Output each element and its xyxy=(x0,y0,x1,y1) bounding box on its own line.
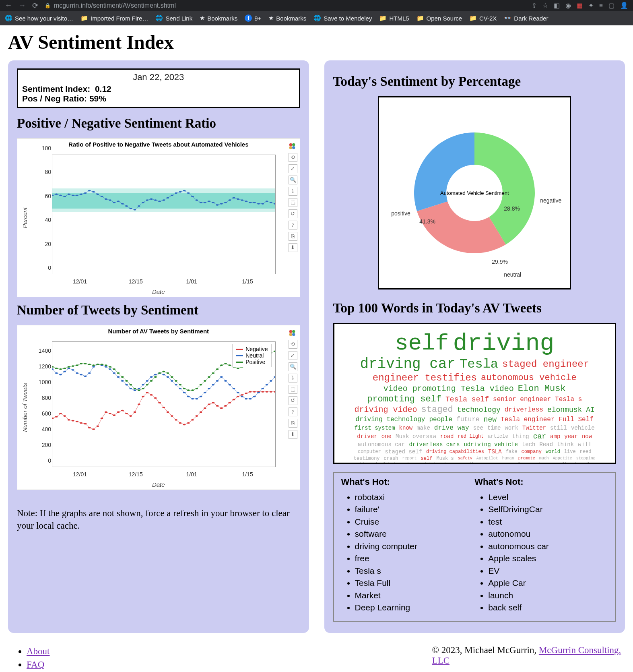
svg-point-170 xyxy=(266,384,268,386)
bookmark-item[interactable]: 🌐Send Link xyxy=(155,14,192,22)
chart-tool-button[interactable]: ? xyxy=(289,407,297,416)
wordcloud-word: staged engineer xyxy=(502,360,589,369)
wordcloud-word: driving car xyxy=(360,357,456,372)
not-item: Level xyxy=(488,491,608,503)
svg-point-153 xyxy=(195,398,198,400)
chart-tool-button[interactable]: ⬚ xyxy=(289,198,297,207)
bookmark-item[interactable]: 📁Open Source xyxy=(417,14,462,22)
ext-icon-2[interactable]: ◉ xyxy=(565,2,571,9)
ext-icon-3[interactable]: ▦ xyxy=(577,2,583,9)
chart-tool-button[interactable]: ⤵ xyxy=(289,187,297,196)
donut-chart[interactable]: Automated Vehicle Sentimentpositive41.3%… xyxy=(378,96,571,289)
svg-point-142 xyxy=(150,376,153,378)
chart-tool-button[interactable]: ⬇ xyxy=(289,243,297,252)
hot-item: robotaxi xyxy=(355,491,475,503)
svg-point-1 xyxy=(292,143,295,146)
bookmark-item[interactable]: 👓Dark Reader xyxy=(504,14,548,22)
chart-tool-button[interactable]: ⬇ xyxy=(289,430,297,439)
bookmark-item[interactable]: ★Bookmarks xyxy=(268,14,306,22)
svg-point-197 xyxy=(150,380,153,382)
footer-link[interactable]: FAQ xyxy=(27,660,44,670)
chart-tool-button[interactable]: ⤢ xyxy=(289,164,297,173)
svg-point-140 xyxy=(142,384,144,386)
reading-list-icon[interactable]: ≡ xyxy=(599,2,603,9)
bokeh-logo-icon[interactable] xyxy=(288,142,297,151)
svg-point-14 xyxy=(92,191,95,193)
svg-point-138 xyxy=(134,389,136,391)
svg-point-64 xyxy=(55,416,58,418)
back-button[interactable]: ← xyxy=(5,1,12,10)
chart-tool-button[interactable]: 🔍 xyxy=(289,176,297,184)
svg-point-53 xyxy=(253,202,256,203)
chart-title: Ratio of Positive to Negative Tweets abo… xyxy=(17,139,300,148)
y-tick: 600 xyxy=(42,410,51,417)
chart-tool-button[interactable]: 🔍 xyxy=(289,362,297,371)
page-title: AV Sentiment Index xyxy=(8,31,625,53)
svg-point-20 xyxy=(117,201,120,202)
wordcloud-word: Twitter xyxy=(522,425,546,431)
chart-tool-button[interactable]: ⤢ xyxy=(289,351,297,360)
svg-point-131 xyxy=(105,366,107,368)
svg-point-198 xyxy=(154,376,157,378)
wordcloud-word: car xyxy=(533,433,546,440)
bookmark-item[interactable]: f9+ xyxy=(245,14,261,22)
star-icon: ★ xyxy=(268,14,274,22)
chart-tool-button[interactable]: ⎘ xyxy=(289,232,297,241)
bookmark-item[interactable]: 📁CV-2X xyxy=(469,14,497,22)
forward-button[interactable]: → xyxy=(19,1,26,10)
ratio-chart[interactable]: Ratio of Positive to Negative Tweets abo… xyxy=(17,138,300,297)
donut-label: 28.8% xyxy=(504,205,520,212)
wordcloud-word: driverless xyxy=(505,407,543,413)
bookmark-item[interactable]: 📁Imported From Fire… xyxy=(80,14,148,22)
extensions-icon[interactable]: ✦ xyxy=(588,2,594,9)
chart-tool-button[interactable]: ↺ xyxy=(289,209,297,218)
wordcloud-word: autonomous xyxy=(482,463,507,464)
svg-point-103 xyxy=(216,405,219,407)
wordcloud-word: driving demo xyxy=(424,463,453,464)
not-item: autonomous car xyxy=(488,540,608,552)
chart-tool-button[interactable]: ⟲ xyxy=(289,153,297,162)
svg-point-8 xyxy=(68,194,70,195)
ext-icon-1[interactable]: ◧ xyxy=(554,2,560,9)
profile-avatar[interactable]: 👤 xyxy=(620,2,628,9)
svg-point-21 xyxy=(121,203,124,205)
chart-tool-button[interactable]: ⤵ xyxy=(289,374,297,383)
address-bar[interactable]: 🔒 mcgurrin.info/sentiment/AVsentiment.sh… xyxy=(45,2,525,9)
svg-point-79 xyxy=(117,411,120,413)
wordcloud-word: Full Self xyxy=(559,416,593,423)
svg-point-159 xyxy=(220,376,223,378)
svg-point-204 xyxy=(179,384,181,386)
chart-toolbar: ⟲⤢🔍⤵⬚↺?⎘⬇ xyxy=(289,153,297,252)
svg-point-58 xyxy=(274,203,275,205)
bookmark-item[interactable]: 🌐See how your visito… xyxy=(5,14,73,22)
bokeh-logo-icon[interactable] xyxy=(288,329,297,337)
chart-tool-button[interactable]: ↺ xyxy=(289,396,297,405)
chart-tool-button[interactable]: ? xyxy=(289,221,297,230)
wordcloud-word: road xyxy=(440,434,454,439)
window-icon[interactable]: ▢ xyxy=(608,2,614,9)
svg-point-156 xyxy=(208,388,210,389)
svg-point-4 xyxy=(52,195,54,196)
share-icon[interactable]: ⇪ xyxy=(532,2,537,9)
svg-point-69 xyxy=(76,421,78,422)
reload-button[interactable]: ⟳ xyxy=(32,1,38,10)
wordcloud-word: staged xyxy=(421,405,453,414)
svg-point-93 xyxy=(175,419,177,421)
bookmark-item[interactable]: ★Bookmarks xyxy=(200,14,237,22)
svg-point-182 xyxy=(88,364,91,365)
wordcloud-word: company xyxy=(521,449,541,454)
wordcloud-word: work xyxy=(505,425,518,431)
star-icon[interactable]: ☆ xyxy=(542,2,548,9)
chart-tool-button[interactable]: ⬚ xyxy=(289,385,297,394)
section-tweets-title: Number of Tweets by Sentiment xyxy=(17,303,300,318)
wordcloud-word: world xyxy=(546,449,560,454)
hot-item: failure' xyxy=(355,503,475,515)
bookmark-item[interactable]: 🌐Save to Mendeley xyxy=(313,14,372,22)
tweets-chart[interactable]: Number of AV Tweets by Sentiment02004006… xyxy=(17,325,300,490)
chart-tool-button[interactable]: ⎘ xyxy=(289,419,297,428)
bookmark-item[interactable]: 📁HTML5 xyxy=(379,14,409,22)
svg-point-97 xyxy=(191,419,194,421)
chart-tool-button[interactable]: ⟲ xyxy=(289,340,297,349)
footer-link[interactable]: About xyxy=(27,646,50,656)
not-item: Apple scales xyxy=(488,552,608,564)
